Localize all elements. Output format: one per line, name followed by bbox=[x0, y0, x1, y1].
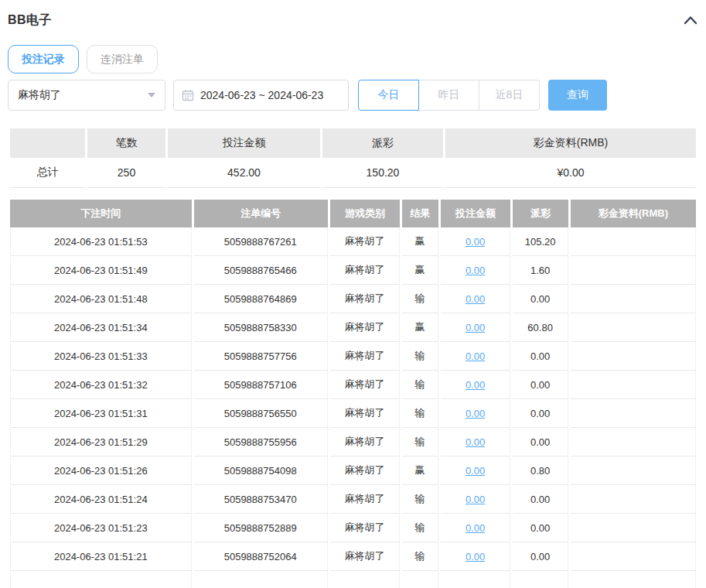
panel-header: BB电子 bbox=[8, 0, 698, 28]
bet-amount-link[interactable]: 0.00 bbox=[466, 522, 485, 534]
date-range-input[interactable]: 2024-06-23 ~ 2024-06-23 bbox=[173, 80, 349, 111]
bonus-cell bbox=[571, 485, 696, 514]
bb-games-panel: BB电子 投注记录 连消注单 麻将胡了 bbox=[0, 0, 706, 588]
result-cell: 输 bbox=[402, 485, 438, 514]
calendar-icon bbox=[182, 89, 194, 101]
payout-cell: 0.00 bbox=[513, 371, 568, 399]
table-row: 2024-06-23 01:51:23 5059888752889 麻将胡了 输… bbox=[10, 514, 696, 542]
records-header-row: 下注时间 注单编号 游戏类别 结果 投注金额 派彩 彩金资料(RMB) bbox=[10, 200, 696, 227]
bet-time-cell bbox=[10, 571, 192, 588]
game-type-cell: 麻将胡了 bbox=[330, 399, 401, 428]
payout-cell: 105.20 bbox=[513, 227, 568, 256]
payout-cell: 0.00 bbox=[513, 428, 568, 456]
bet-time-cell: 2024-06-23 01:51:21 bbox=[10, 542, 192, 571]
bet-amount-cell: 0.00 bbox=[441, 399, 511, 428]
bonus-cell bbox=[571, 514, 696, 542]
order-id-cell: 5059888758330 bbox=[194, 313, 328, 342]
summary-header-empty bbox=[10, 128, 85, 158]
tab-cancelled-orders[interactable]: 连消注单 bbox=[87, 45, 158, 74]
bet-amount-link[interactable]: 0.00 bbox=[466, 236, 485, 248]
records-table-body: 2024-06-23 01:51:53 5059888767261 麻将胡了 赢… bbox=[10, 227, 696, 588]
bet-amount-link[interactable]: 0.00 bbox=[466, 436, 485, 448]
game-type-cell: 麻将胡了 bbox=[330, 542, 401, 571]
payout-cell: 0.00 bbox=[513, 399, 568, 428]
quick-filter-last8days-button[interactable]: 近8日 bbox=[479, 80, 540, 111]
bet-time-cell: 2024-06-23 01:51:48 bbox=[10, 285, 192, 313]
game-type-cell: 麻将胡了 bbox=[330, 256, 401, 285]
result-cell: 输 bbox=[402, 371, 438, 399]
payout-cell bbox=[513, 571, 568, 588]
bet-amount-cell: 0.00 bbox=[441, 428, 511, 456]
order-id-cell: 5059888764869 bbox=[194, 285, 328, 313]
summary-total-count: 250 bbox=[87, 158, 165, 188]
bet-time-cell: 2024-06-23 01:51:23 bbox=[10, 514, 192, 542]
date-range-value: 2024-06-23 ~ 2024-06-23 bbox=[200, 89, 323, 101]
bet-amount-link[interactable]: 0.00 bbox=[466, 350, 485, 362]
bet-amount-cell: 0.00 bbox=[441, 456, 511, 485]
query-button[interactable]: 查询 bbox=[548, 80, 607, 111]
result-cell: 输 bbox=[402, 399, 438, 428]
table-row: 2024-06-23 01:51:29 5059888755956 麻将胡了 输… bbox=[10, 428, 696, 456]
order-id-cell: 5059888765466 bbox=[194, 256, 328, 285]
game-type-cell: 麻将胡了 bbox=[330, 456, 401, 485]
bet-amount-link[interactable]: 0.00 bbox=[466, 379, 485, 391]
bonus-cell bbox=[571, 542, 696, 571]
payout-cell: 0.00 bbox=[513, 542, 568, 571]
result-cell bbox=[402, 571, 438, 588]
table-row: 2024-06-23 01:51:53 5059888767261 麻将胡了 赢… bbox=[10, 227, 696, 256]
collapse-panel-button[interactable] bbox=[683, 12, 698, 28]
result-cell: 输 bbox=[402, 542, 438, 571]
game-type-cell bbox=[330, 571, 401, 588]
bet-time-cell: 2024-06-23 01:51:24 bbox=[10, 485, 192, 514]
summary-header-bet-amount: 投注金额 bbox=[168, 128, 320, 158]
bet-amount-cell bbox=[441, 571, 511, 588]
summary-total-bet-amount: 452.00 bbox=[168, 158, 320, 188]
game-type-cell: 麻将胡了 bbox=[330, 342, 401, 371]
bet-amount-link[interactable]: 0.00 bbox=[466, 265, 485, 276]
bet-amount-link[interactable]: 0.00 bbox=[466, 293, 485, 305]
game-type-cell: 麻将胡了 bbox=[330, 285, 401, 313]
game-select-value: 麻将胡了 bbox=[18, 88, 61, 102]
bet-time-cell: 2024-06-23 01:51:31 bbox=[10, 399, 192, 428]
bonus-cell bbox=[571, 227, 696, 256]
bet-amount-link[interactable]: 0.00 bbox=[466, 408, 485, 419]
table-row: 2024-06-23 01:51:48 5059888764869 麻将胡了 输… bbox=[10, 285, 696, 313]
bonus-cell bbox=[571, 256, 696, 285]
game-type-cell: 麻将胡了 bbox=[330, 227, 401, 256]
summary-header-bonus: 彩金资料(RMB) bbox=[445, 128, 696, 158]
bonus-cell bbox=[571, 571, 696, 588]
table-row bbox=[10, 571, 696, 588]
records-header-game-type: 游戏类别 bbox=[330, 200, 401, 227]
bet-amount-link[interactable]: 0.00 bbox=[466, 551, 485, 562]
bonus-cell bbox=[571, 456, 696, 485]
bet-time-cell: 2024-06-23 01:51:29 bbox=[10, 428, 192, 456]
summary-table: 笔数 投注金额 派彩 彩金资料(RMB) 总计 250 452.00 150.2… bbox=[8, 128, 698, 188]
bet-amount-cell: 0.00 bbox=[441, 285, 511, 313]
table-row: 2024-06-23 01:51:31 5059888756550 麻将胡了 输… bbox=[10, 399, 696, 428]
result-cell: 输 bbox=[402, 285, 438, 313]
bet-time-cell: 2024-06-23 01:51:32 bbox=[10, 371, 192, 399]
bet-records-table: 下注时间 注单编号 游戏类别 结果 投注金额 派彩 彩金资料(RMB) 2024… bbox=[8, 200, 698, 588]
records-header-order-id: 注单编号 bbox=[194, 200, 328, 227]
payout-cell: 0.00 bbox=[513, 514, 568, 542]
quick-filter-yesterday-button[interactable]: 昨日 bbox=[418, 80, 479, 111]
quick-filter-today-button[interactable]: 今日 bbox=[358, 80, 419, 111]
bonus-cell bbox=[571, 371, 696, 399]
records-header-payout: 派彩 bbox=[513, 200, 568, 227]
summary-total-bonus: ¥0.00 bbox=[445, 158, 696, 188]
bet-amount-link[interactable]: 0.00 bbox=[466, 322, 485, 333]
payout-cell: 0.00 bbox=[513, 285, 568, 313]
caret-down-icon bbox=[148, 93, 155, 97]
bet-amount-link[interactable]: 0.00 bbox=[466, 465, 485, 477]
result-cell: 输 bbox=[402, 514, 438, 542]
order-id-cell: 5059888757106 bbox=[194, 371, 328, 399]
bet-amount-link[interactable]: 0.00 bbox=[466, 494, 485, 505]
tab-bet-records[interactable]: 投注记录 bbox=[8, 45, 79, 74]
game-select[interactable]: 麻将胡了 bbox=[8, 80, 165, 111]
summary-total-label: 总计 bbox=[10, 158, 85, 188]
bet-amount-cell: 0.00 bbox=[441, 256, 511, 285]
quick-date-button-group: 今日 昨日 近8日 bbox=[358, 80, 540, 111]
summary-header-count: 笔数 bbox=[87, 128, 165, 158]
order-id-cell: 5059888756550 bbox=[194, 399, 328, 428]
table-row: 2024-06-23 01:51:34 5059888758330 麻将胡了 赢… bbox=[10, 313, 696, 342]
